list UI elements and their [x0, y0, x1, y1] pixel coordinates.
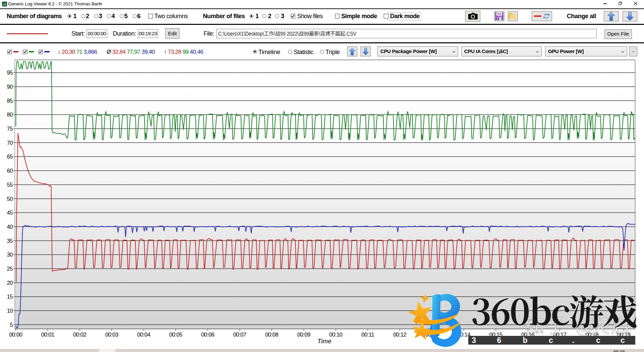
svg-text:00:08: 00:08: [265, 332, 278, 338]
svg-text:b: b: [523, 336, 527, 345]
svg-text:35: 35: [7, 238, 13, 244]
svg-text:00:07: 00:07: [233, 332, 246, 338]
svg-text:00:10: 00:10: [329, 332, 342, 338]
svg-text:60: 60: [7, 168, 13, 174]
svg-text:65: 65: [7, 153, 13, 160]
svg-text:70: 70: [7, 140, 13, 146]
svg-text:.: .: [572, 336, 574, 345]
svg-text:25: 25: [7, 266, 13, 272]
svg-text:95: 95: [7, 70, 13, 76]
svg-text:c: c: [549, 336, 553, 345]
svg-text:c: c: [596, 336, 600, 345]
svg-text:20: 20: [7, 280, 13, 286]
svg-text:6: 6: [497, 336, 501, 345]
svg-text:5: 5: [10, 322, 13, 328]
svg-text:15: 15: [7, 294, 13, 300]
svg-text:50: 50: [7, 196, 13, 202]
svg-text:75: 75: [7, 126, 13, 132]
svg-text:10: 10: [7, 308, 13, 314]
svg-text:80: 80: [7, 112, 13, 118]
svg-text:00:11: 00:11: [362, 332, 374, 338]
svg-text:Time: Time: [317, 338, 331, 345]
svg-text:00:12: 00:12: [393, 332, 406, 338]
svg-text:40: 40: [7, 224, 13, 230]
svg-text:00:02: 00:02: [73, 332, 86, 338]
svg-text:00:00: 00:00: [9, 332, 22, 338]
svg-text:30: 30: [7, 252, 13, 258]
svg-text:45: 45: [7, 210, 13, 216]
svg-text:90: 90: [7, 84, 13, 90]
svg-text:00:04: 00:04: [137, 332, 150, 338]
svg-text:c: c: [621, 336, 625, 345]
svg-text:55: 55: [7, 182, 13, 188]
svg-text:00:09: 00:09: [297, 332, 310, 338]
svg-text:00:03: 00:03: [105, 332, 118, 338]
svg-text:00:06: 00:06: [201, 332, 214, 338]
svg-text:00:01: 00:01: [41, 332, 54, 338]
svg-text:85: 85: [7, 98, 13, 104]
svg-text:3: 3: [472, 336, 476, 345]
svg-text:00:05: 00:05: [169, 332, 182, 338]
